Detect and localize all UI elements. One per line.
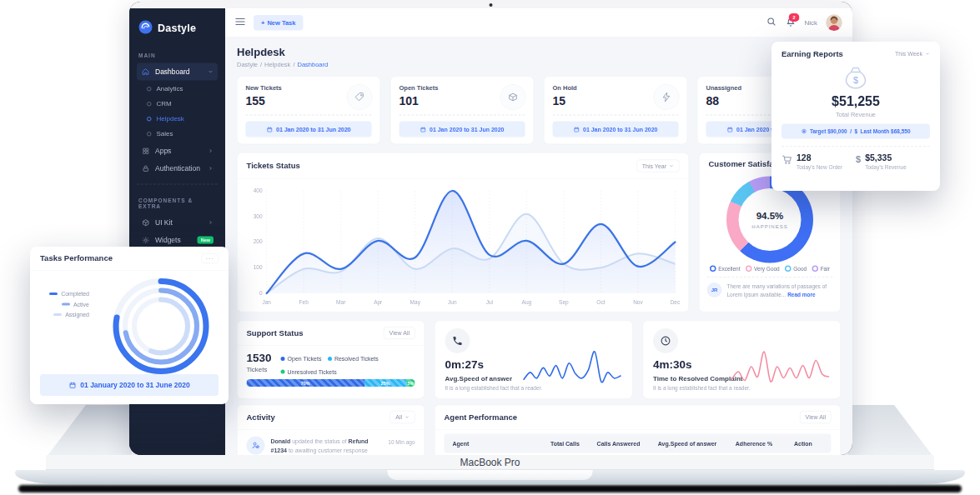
brand-logo[interactable]: Dastyle: [137, 16, 218, 40]
legend-item-excellent: Excellent: [710, 266, 740, 272]
plus-icon: +: [261, 19, 264, 27]
webcam-icon: [490, 3, 493, 7]
card-title: Tickets Status: [247, 162, 300, 171]
bullet-icon: [147, 117, 152, 122]
divider: [400, 115, 525, 116]
svg-text:Aug: Aug: [522, 299, 532, 306]
tickets-status-card: Tickets Status This Year 0100200300400Ja…: [237, 152, 689, 312]
legend-label: Excellent: [718, 266, 740, 272]
filter-label: This Week: [895, 51, 922, 58]
svg-text:$: $: [853, 75, 858, 85]
avg-speed-sparkline: [522, 348, 622, 386]
legend-label: Unresolved Tickets: [288, 368, 337, 375]
sidebar-item-helpdesk[interactable]: Helpdesk: [145, 112, 218, 127]
agent-performance-card: Agent Performance View All Agent Total C…: [435, 405, 841, 456]
legend-item-unresolved: Unresolved Tickets: [281, 368, 337, 375]
clock-icon: [653, 328, 678, 353]
todays-new-order-stat: 128 Today's New Order: [781, 153, 856, 171]
sidebar-item-sales[interactable]: Sales: [145, 127, 218, 142]
target-label: Target $90,000: [810, 128, 847, 135]
column-header-total-calls[interactable]: Total Calls: [543, 440, 586, 447]
tag-icon: [347, 84, 373, 110]
support-progress-bar: 70%25%5%: [247, 379, 415, 387]
svg-text:300: 300: [254, 213, 263, 219]
section-label-main: MAIN: [138, 52, 216, 59]
date-range-picker[interactable]: 01 Jan 2020 to 31 Jun 2020: [246, 122, 372, 138]
user-name: Nick: [804, 19, 817, 27]
sidebar-item-analytics[interactable]: Analytics: [145, 82, 218, 97]
stat-card-new-tickets: New Tickets 155 01 Jan 2020 to 31 Jun 20…: [237, 77, 380, 145]
sidebar-item-apps[interactable]: Apps: [137, 142, 218, 160]
revenue-value: $5,335: [865, 153, 907, 162]
laptop-screen: Dastyle MAIN Dashboard Analytics: [129, 2, 852, 455]
page-title: Helpdesk: [237, 46, 841, 59]
sidebar-item-crm[interactable]: CRM: [145, 97, 218, 112]
calendar-icon: [267, 126, 274, 132]
breadcrumb-current: Dashboard: [297, 61, 328, 68]
date-range-label: 01 Jan 2020 to 31 Jun 2020: [430, 126, 505, 132]
support-view-all-button[interactable]: View All: [384, 327, 415, 339]
legend-label: Good: [793, 266, 807, 272]
orders-label: Today's New Order: [797, 164, 842, 171]
new-task-button[interactable]: + New Task: [254, 15, 303, 31]
column-header-adherence[interactable]: Adherence %: [728, 440, 781, 447]
filter-label: All: [395, 414, 402, 421]
submenu-label: CRM: [157, 100, 172, 108]
sidebar-item-label: UI Kit: [155, 218, 173, 227]
breadcrumb-parent[interactable]: Helpdesk: [264, 61, 290, 68]
date-range-picker[interactable]: 01 Jan 2020 to 31 Jun 2020: [553, 122, 679, 138]
calendar-icon: [727, 126, 734, 132]
card-title: Agent Performance: [445, 412, 518, 422]
earning-filter-dropdown[interactable]: This Week: [895, 51, 930, 58]
screen-bezel: [129, 2, 852, 8]
tickets-total: 1530 Tickets: [247, 352, 272, 374]
dollar-icon: $: [856, 153, 861, 165]
tasks-performance-card: Tasks Performance ... Completed Active A…: [30, 247, 229, 404]
progress-segment: 25%: [364, 379, 407, 387]
column-header-calls-answered[interactable]: Calls Answered: [591, 440, 647, 447]
stat-card-on-hold: On Hold 15 01 Jan 2020 to 31 Jun 2020: [544, 77, 687, 145]
hamburger-menu-icon[interactable]: [235, 18, 245, 28]
sidebar-item-ui-kit[interactable]: UI Kit: [137, 214, 218, 232]
breadcrumb-separator: /: [293, 61, 294, 68]
agent-view-all-button[interactable]: View All: [800, 411, 831, 423]
more-options-button[interactable]: ...: [201, 253, 219, 263]
legend-item-open: Open Tickets: [281, 356, 322, 362]
activity-item[interactable]: Donald updated the status of Refund #123…: [238, 430, 425, 456]
notifications-bell-icon[interactable]: 2: [785, 18, 796, 28]
sidebar-item-label: Authentication: [155, 164, 200, 172]
date-range-picker[interactable]: 01 Jan 2020 to 31 Jun 2020: [400, 122, 525, 138]
last-month-label: Last Month $68,550: [861, 128, 911, 135]
legend-item-assigned: Assigned: [53, 312, 89, 318]
legend-item-very-good: Very Good: [746, 266, 780, 272]
breadcrumb-root[interactable]: Dastyle: [237, 61, 258, 68]
separator: /: [850, 128, 852, 135]
column-header-agent[interactable]: Agent: [453, 440, 540, 447]
activity-filter-dropdown[interactable]: All: [390, 411, 415, 423]
svg-text:200: 200: [254, 239, 263, 245]
read-more-link[interactable]: Read more: [787, 292, 816, 298]
submenu-label: Helpdesk: [157, 115, 184, 122]
sidebar-item-label: Dashboard: [155, 68, 190, 76]
legend-label: Assigned: [65, 312, 89, 318]
todays-revenue-stat: $ $5,335 Today's Revenue: [856, 153, 930, 171]
svg-text:Jul: Jul: [486, 299, 494, 305]
divider: [553, 115, 679, 116]
column-header-action[interactable]: Action: [783, 440, 822, 447]
submenu-label: Sales: [157, 130, 173, 138]
sidebar-item-authentication[interactable]: Authentication: [137, 160, 218, 178]
grid-icon: [141, 147, 150, 155]
laptop-base-front: [15, 470, 965, 484]
tickets-status-filter-dropdown[interactable]: This Year: [636, 160, 679, 172]
laptop-base-label-strip: MacBook Pro: [46, 455, 934, 470]
cube-icon: [141, 218, 150, 227]
search-icon[interactable]: [766, 17, 776, 29]
column-header-avg-speed[interactable]: Avg.Speed of answer: [651, 440, 725, 447]
activity-verb: updated the status of: [292, 438, 346, 444]
bullet-icon: [147, 102, 152, 107]
sidebar-item-dashboard[interactable]: Dashboard: [137, 63, 218, 81]
user-avatar[interactable]: [826, 14, 842, 31]
legend-marker: [49, 292, 58, 295]
card-title: Support Status: [247, 328, 304, 338]
svg-text:100: 100: [254, 264, 263, 270]
